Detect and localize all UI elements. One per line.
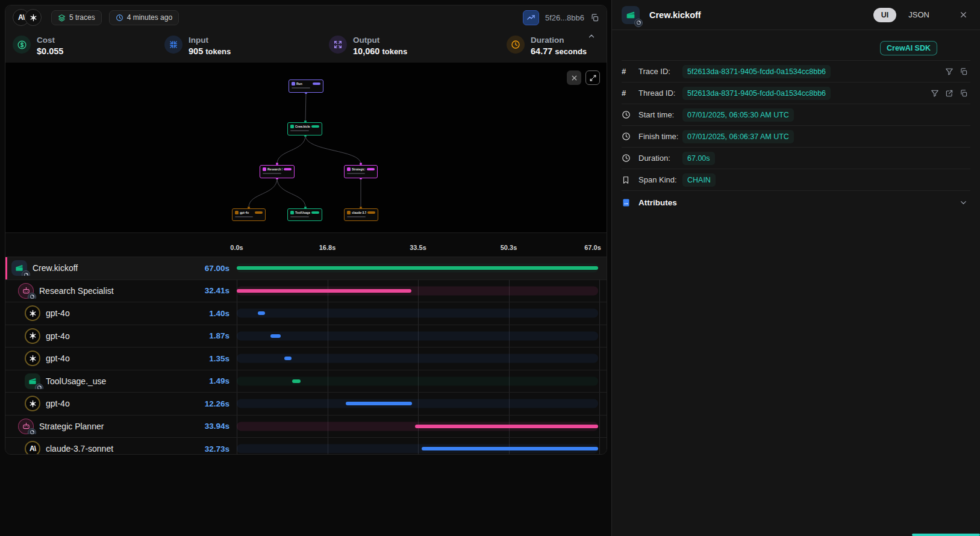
axis-tick: 50.3s bbox=[501, 244, 517, 251]
span-bar[interactable] bbox=[415, 425, 598, 428]
field-span-kind: Span Kind: CHAIN bbox=[622, 169, 970, 190]
span-row[interactable]: gpt-4o 12.26s bbox=[5, 392, 607, 415]
axis-tick: 33.5s bbox=[410, 244, 426, 251]
span-name: gpt-4o bbox=[46, 399, 70, 408]
waterfall-rows: Crew.kickoff 67.00s Research Specialist … bbox=[5, 257, 607, 455]
crewai-icon bbox=[11, 260, 27, 276]
graph-node-claude[interactable]: claude-3.7-sonnet bbox=[344, 208, 378, 221]
span-row[interactable]: ToolUsage._use 1.49s bbox=[5, 370, 607, 393]
span-row[interactable]: A\ claude-3.7-sonnet 32.73s bbox=[5, 437, 607, 455]
tool-icon bbox=[25, 373, 40, 389]
span-bar[interactable] bbox=[270, 334, 281, 338]
node-icon bbox=[347, 211, 351, 214]
filter-icon[interactable] bbox=[945, 67, 953, 76]
copy-icon[interactable] bbox=[960, 67, 968, 76]
crewai-icon bbox=[622, 6, 640, 24]
span-track bbox=[237, 331, 598, 340]
span-timeline bbox=[237, 325, 598, 347]
attributes-section[interactable]: Attributes bbox=[622, 190, 970, 214]
expand-graph-button[interactable] bbox=[585, 70, 600, 85]
chevron-down-icon[interactable] bbox=[959, 198, 968, 207]
graph-node-toolusage[interactable]: ToolUsage._use bbox=[287, 208, 322, 221]
node-badge bbox=[311, 211, 319, 214]
span-bar[interactable] bbox=[258, 311, 266, 315]
field-trace-id: # Trace ID: 5f2613da-8371-9405-fcdd-0a15… bbox=[622, 60, 970, 82]
span-timeline bbox=[237, 302, 598, 325]
node-subtitle bbox=[290, 130, 309, 131]
span-duration: 1.40s bbox=[183, 309, 237, 318]
span-bar[interactable] bbox=[346, 402, 412, 405]
span-duration: 32.41s bbox=[183, 286, 237, 295]
node-subtitle bbox=[347, 216, 366, 217]
tab-json[interactable]: JSON bbox=[908, 10, 929, 19]
span-bar[interactable] bbox=[292, 379, 300, 383]
span-name-cell: gpt-4o bbox=[5, 351, 183, 366]
trend-icon bbox=[526, 13, 535, 22]
scrollbar-thumb[interactable] bbox=[912, 534, 980, 536]
external-link-icon[interactable] bbox=[945, 89, 953, 98]
trace-graph-canvas[interactable]: Run Crew.kickoff Research Speciali... St… bbox=[5, 63, 607, 232]
node-icon bbox=[292, 82, 295, 86]
span-kind-value: CHAIN bbox=[682, 173, 716, 187]
filter-icon[interactable] bbox=[931, 89, 939, 98]
clock-icon bbox=[622, 110, 638, 119]
node-badge bbox=[284, 168, 292, 170]
anthropic-icon: A\ bbox=[25, 441, 40, 455]
agent-robot-icon bbox=[18, 419, 34, 434]
span-timeline bbox=[237, 370, 598, 393]
openai-icon bbox=[25, 396, 40, 411]
graph-node-crew-kickoff[interactable]: Crew.kickoff bbox=[287, 122, 322, 136]
graph-node-run[interactable]: Run bbox=[289, 79, 323, 93]
graph-node-gpt-4o[interactable]: gpt-4o bbox=[232, 208, 266, 221]
span-row[interactable]: gpt-4o 1.87s bbox=[5, 325, 607, 347]
trace-id-value[interactable]: 5f2613da-8371-9405-fcdd-0a1534cc8bb6 bbox=[682, 65, 831, 78]
agentops-sub-badge bbox=[28, 428, 36, 434]
span-duration: 1.87s bbox=[183, 331, 237, 340]
span-name: Strategic Planner bbox=[39, 422, 104, 431]
span-bar[interactable] bbox=[237, 266, 598, 270]
copy-icon[interactable] bbox=[590, 13, 599, 22]
close-icon[interactable] bbox=[959, 10, 968, 19]
hash-icon: # bbox=[622, 67, 638, 76]
start-time-value: 07/01/2025, 06:05:30 AM UTC bbox=[682, 108, 794, 122]
span-name: Research Specialist bbox=[39, 286, 114, 296]
span-bar[interactable] bbox=[284, 357, 292, 360]
span-duration: 33.94s bbox=[183, 422, 237, 431]
span-row[interactable]: Strategic Planner 33.94s bbox=[5, 415, 607, 438]
span-row[interactable]: gpt-4o 1.40s bbox=[5, 302, 607, 325]
span-bar[interactable] bbox=[422, 447, 598, 450]
trace-toolbar: A\ 5 traces 4 minutes ago 5f26...8bb6 bbox=[5, 5, 607, 30]
span-row[interactable]: gpt-4o 1.35s bbox=[5, 347, 607, 370]
span-row[interactable]: Research Specialist 32.41s bbox=[5, 279, 607, 302]
traces-count-badge[interactable]: 5 traces bbox=[51, 10, 102, 25]
thread-id-value[interactable]: 5f2613da-8371-9405-fcdd-0a1534cc8bb6 bbox=[682, 87, 831, 100]
span-timeline bbox=[237, 347, 598, 370]
clock-icon bbox=[622, 132, 638, 141]
trace-panel: A\ 5 traces 4 minutes ago 5f26...8bb6 bbox=[5, 5, 607, 455]
span-name: claude-3.7-sonnet bbox=[46, 444, 113, 453]
field-start-time: Start time: 07/01/2025, 06:05:30 AM UTC bbox=[622, 104, 970, 125]
arrows-in-icon bbox=[164, 36, 183, 54]
copy-icon[interactable] bbox=[960, 89, 968, 98]
chevron-up-icon[interactable] bbox=[587, 32, 596, 40]
tab-ui[interactable]: UI bbox=[873, 8, 897, 22]
analytics-button[interactable] bbox=[523, 10, 539, 25]
close-graph-button[interactable] bbox=[567, 70, 581, 85]
span-name-cell: Crew.kickoff bbox=[5, 260, 183, 276]
span-bar[interactable] bbox=[237, 289, 411, 293]
detail-header: Crew.kickoff UI JSON bbox=[612, 0, 980, 30]
span-name-cell: A\ claude-3.7-sonnet bbox=[5, 441, 183, 455]
bookmark-icon bbox=[622, 176, 638, 184]
openai-icon bbox=[25, 351, 40, 366]
span-timeline bbox=[237, 280, 598, 302]
graph-node-strategic-planner[interactable]: Strategic Planner bbox=[344, 165, 378, 178]
layers-icon bbox=[58, 14, 66, 22]
agent-robot-icon bbox=[18, 283, 34, 299]
graph-node-research-specialist[interactable]: Research Speciali... bbox=[260, 165, 295, 178]
node-subtitle bbox=[347, 173, 365, 174]
stat-output: Output 10,060 tokens bbox=[329, 36, 407, 56]
node-icon bbox=[263, 167, 266, 171]
span-row[interactable]: Crew.kickoff 67.00s bbox=[5, 257, 607, 279]
node-subtitle bbox=[235, 216, 253, 217]
trace-age-badge: 4 minutes ago bbox=[109, 10, 179, 25]
